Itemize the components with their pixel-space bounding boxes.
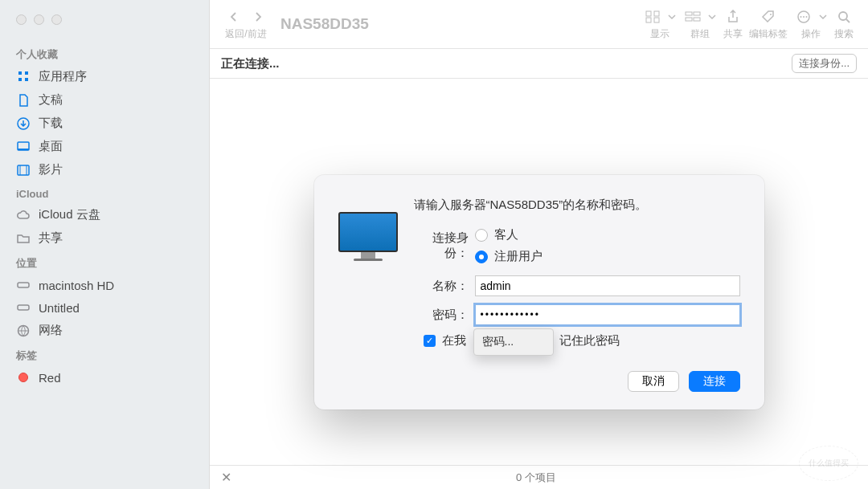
svg-rect-7 xyxy=(646,11,651,16)
svg-point-20 xyxy=(839,12,847,20)
zoom-window-icon[interactable] xyxy=(51,14,62,25)
search-icon[interactable] xyxy=(834,8,854,26)
sidebar-section-locations: 位置 xyxy=(0,250,209,274)
name-input[interactable] xyxy=(475,275,740,296)
sidebar-item-documents[interactable]: 文稿 xyxy=(0,88,209,112)
toolbar: 返回/前进 NAS58DD35 显示 群组 xyxy=(210,0,868,48)
tag-icon[interactable] xyxy=(759,8,778,26)
svg-rect-11 xyxy=(686,12,692,15)
checkbox-checked-icon: ✓ xyxy=(424,335,436,347)
group-icon[interactable] xyxy=(683,8,702,26)
back-button[interactable] xyxy=(224,8,244,26)
connection-bar: 正在连接... 连接身份... xyxy=(210,48,868,79)
window-title: NAS58DD35 xyxy=(280,15,369,33)
download-icon xyxy=(16,116,31,131)
svg-point-17 xyxy=(800,16,802,18)
sidebar-section-favorites: 个人收藏 xyxy=(0,41,209,65)
sidebar-item-label: Red xyxy=(39,371,61,385)
finder-window: 个人收藏 应用程序 文稿 下载 桌面 影片 iCloud xyxy=(0,0,868,489)
minimize-window-icon[interactable] xyxy=(34,14,44,25)
movie-icon xyxy=(16,163,31,177)
toolbar-search-group: 搜索 xyxy=(834,8,854,41)
sidebar-item-icloud-drive[interactable]: iCloud 云盘 xyxy=(0,203,209,226)
toolbar-label: 编辑标签 xyxy=(749,27,788,41)
button-label: 取消 xyxy=(642,374,665,389)
cancel-button[interactable]: 取消 xyxy=(628,371,679,392)
sidebar-item-label: 下载 xyxy=(39,116,63,131)
content-area: 请输入服务器“NAS58DD35”的名称和密码。 连接身份： 客人 xyxy=(210,79,868,465)
toolbar-label: 共享 xyxy=(723,27,743,41)
svg-rect-13 xyxy=(686,18,692,21)
svg-point-19 xyxy=(806,16,808,18)
sidebar-item-desktop[interactable]: 桌面 xyxy=(0,135,209,158)
remember-row[interactable]: ✓ 在我 记住此密码 密码... xyxy=(424,333,740,348)
cancel-icon[interactable]: ✕ xyxy=(221,470,231,485)
sidebar-section-tags: 标签 xyxy=(0,342,209,366)
toolbar-view-group: 显示 xyxy=(643,8,677,41)
cloud-icon xyxy=(16,208,31,222)
toolbar-label: 返回/前进 xyxy=(225,27,266,41)
chevron-down-icon[interactable] xyxy=(707,8,717,26)
tag-dot-icon xyxy=(16,370,31,385)
desktop-icon xyxy=(16,140,31,154)
radio-guest[interactable]: 客人 xyxy=(475,227,542,242)
button-label: 连接 xyxy=(703,374,726,389)
connect-as-label: 连接身份： xyxy=(414,230,475,261)
remember-label-after: 记住此密码 xyxy=(559,333,620,348)
disk-icon xyxy=(16,278,31,292)
radio-label: 注册用户 xyxy=(494,249,542,264)
document-icon xyxy=(16,93,31,108)
name-label: 名称： xyxy=(414,279,475,294)
remember-label-before: 在我 xyxy=(442,333,466,348)
password-input[interactable] xyxy=(475,304,740,325)
sidebar-item-applications[interactable]: 应用程序 xyxy=(0,65,209,88)
sidebar-item-label: Untitled xyxy=(39,301,80,315)
sidebar-scroll: 个人收藏 应用程序 文稿 下载 桌面 影片 iCloud xyxy=(0,35,209,489)
server-monitor-icon xyxy=(338,212,398,348)
close-window-icon[interactable] xyxy=(16,14,27,25)
sidebar-item-shared[interactable]: 共享 xyxy=(0,226,209,250)
sidebar-item-label: macintosh HD xyxy=(39,279,114,292)
svg-rect-5 xyxy=(18,305,29,310)
folder-shared-icon xyxy=(16,231,31,246)
radio-label: 客人 xyxy=(494,227,518,242)
forward-button[interactable] xyxy=(248,8,268,26)
sidebar-item-label: 影片 xyxy=(39,162,63,177)
svg-point-15 xyxy=(770,14,772,15)
svg-rect-3 xyxy=(18,165,29,175)
sidebar-item-network[interactable]: 网络 xyxy=(0,319,209,342)
toolbar-label: 操作 xyxy=(801,27,821,41)
actions-icon[interactable] xyxy=(794,8,813,26)
connect-as-button[interactable]: 连接身份... xyxy=(792,54,857,73)
toolbar-nav-group: 返回/前进 xyxy=(224,8,268,41)
sidebar-item-untitled[interactable]: Untitled xyxy=(0,296,209,319)
connect-button[interactable]: 连接 xyxy=(689,371,740,392)
svg-rect-9 xyxy=(646,18,651,22)
disk-icon xyxy=(16,300,31,315)
toolbar-tags-group: 编辑标签 xyxy=(749,8,788,41)
svg-rect-4 xyxy=(18,283,29,287)
sidebar-item-tag-red[interactable]: Red xyxy=(0,366,209,389)
radio-unselected-icon xyxy=(475,229,488,242)
svg-rect-8 xyxy=(654,11,659,16)
sidebar-item-label: 文稿 xyxy=(39,92,63,108)
connection-status: 正在连接... xyxy=(221,56,280,71)
chevron-down-icon[interactable] xyxy=(667,8,677,26)
sidebar-item-macintosh-hd[interactable]: macintosh HD xyxy=(0,274,209,296)
svg-rect-10 xyxy=(654,18,659,22)
view-icon-grid-icon[interactable] xyxy=(643,8,662,26)
traffic-lights xyxy=(0,0,209,35)
auth-dialog: 请输入服务器“NAS58DD35”的名称和密码。 连接身份： 客人 xyxy=(314,175,764,410)
sidebar-item-downloads[interactable]: 下载 xyxy=(0,112,209,135)
sidebar-item-label: 网络 xyxy=(39,323,63,338)
svg-rect-14 xyxy=(694,18,700,21)
radio-selected-icon xyxy=(475,251,488,263)
radio-registered[interactable]: 注册用户 xyxy=(475,249,542,264)
toolbar-label: 搜索 xyxy=(834,27,854,41)
auth-form: 请输入服务器“NAS58DD35”的名称和密码。 连接身份： 客人 xyxy=(414,198,740,348)
chevron-down-icon[interactable] xyxy=(818,8,828,26)
sidebar-item-movies[interactable]: 影片 xyxy=(0,158,209,181)
password-autocomplete-popup[interactable]: 密码... xyxy=(473,328,554,356)
share-icon[interactable] xyxy=(723,8,743,26)
sidebar-item-label: 桌面 xyxy=(39,139,63,154)
